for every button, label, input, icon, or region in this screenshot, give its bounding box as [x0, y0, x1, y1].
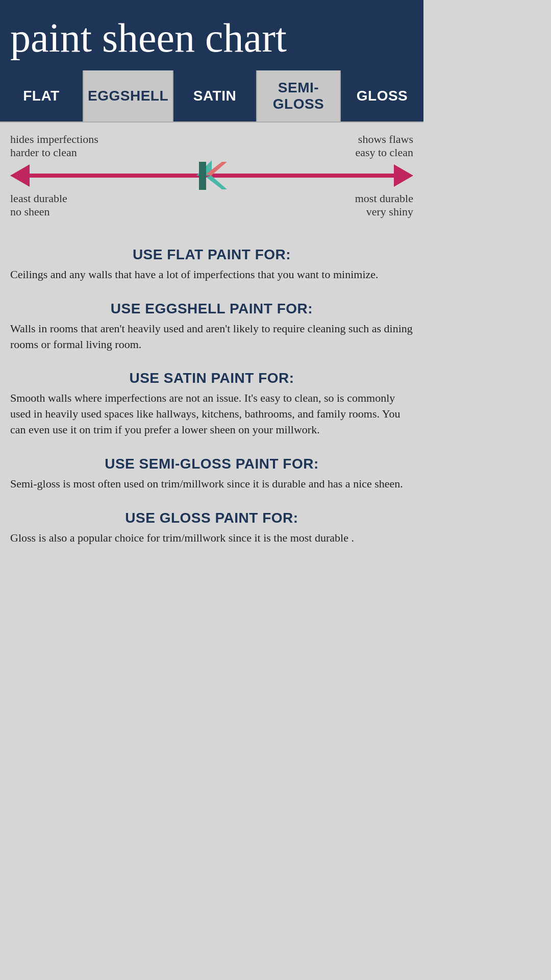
- scale-top-right: shows flaws easy to clean: [355, 133, 413, 159]
- sheen-label-flat: FLAT: [23, 88, 59, 104]
- harder-to-clean-label: harder to clean: [10, 146, 98, 159]
- svg-rect-2: [199, 162, 206, 190]
- sheen-label-eggshell: EGGSHELL: [88, 88, 168, 104]
- most-durable-label: most durable: [355, 192, 413, 205]
- semi-gloss-use-block: USE SEMI-GLOSS PAINT FOR: Semi-gloss is …: [10, 448, 413, 492]
- shows-flaws-label: shows flaws: [355, 133, 413, 146]
- flat-use-block: USE FLAT PAINT FOR: Ceilings and any wal…: [10, 239, 413, 283]
- arrow-row: [10, 164, 413, 187]
- flat-use-desc: Ceilings and any walls that have a lot o…: [10, 267, 413, 283]
- scale-section: hides imperfections harder to clean show…: [0, 122, 423, 234]
- semi-gloss-use-title: USE SEMI-GLOSS PAINT FOR:: [10, 448, 413, 472]
- sheen-col-flat: FLAT: [0, 70, 84, 121]
- sheen-col-satin: SATIN: [173, 70, 257, 121]
- semi-gloss-use-desc: Semi-gloss is most often used on trim/mi…: [10, 476, 413, 492]
- k-logo: [194, 158, 230, 193]
- scale-bottom-right: most durable very shiny: [355, 192, 413, 218]
- satin-use-block: USE SATIN PAINT FOR: Smooth walls where …: [10, 362, 413, 437]
- eggshell-use-title: USE EGGSHELL PAINT FOR:: [10, 293, 413, 317]
- least-durable-label: least durable: [10, 192, 67, 205]
- sheen-label-satin: SATIN: [193, 88, 236, 104]
- hides-imperfections-label: hides imperfections: [10, 133, 98, 146]
- sheen-col-gloss: GLOSS: [341, 70, 423, 121]
- arrow-right-head: [394, 164, 413, 187]
- header-section: paint sheen chart: [0, 0, 423, 70]
- info-section: USE FLAT PAINT FOR: Ceilings and any wal…: [0, 234, 423, 571]
- sheen-col-semi-gloss: SEMI- GLOSS: [257, 70, 341, 121]
- arrow-left-head: [10, 164, 30, 187]
- scale-top-left: hides imperfections harder to clean: [10, 133, 98, 159]
- gloss-use-block: USE GLOSS PAINT FOR: Gloss is also a pop…: [10, 502, 413, 546]
- no-sheen-label: no sheen: [10, 205, 67, 218]
- arrow-line: [30, 174, 394, 178]
- eggshell-use-desc: Walls in rooms that aren't heavily used …: [10, 321, 413, 353]
- sheen-label-gloss: GLOSS: [357, 88, 408, 104]
- scale-bottom-labels: least durable no sheen most durable very…: [10, 192, 413, 218]
- sheen-label-semi-gloss: SEMI- GLOSS: [273, 80, 324, 112]
- very-shiny-label: very shiny: [355, 205, 413, 218]
- satin-use-desc: Smooth walls where imperfections are not…: [10, 390, 413, 437]
- scale-top-labels: hides imperfections harder to clean show…: [10, 133, 413, 159]
- scale-bottom-left: least durable no sheen: [10, 192, 67, 218]
- gloss-use-desc: Gloss is also a popular choice for trim/…: [10, 530, 413, 546]
- page-title: paint sheen chart: [10, 15, 413, 60]
- svg-marker-4: [206, 176, 227, 189]
- gloss-use-title: USE GLOSS PAINT FOR:: [10, 502, 413, 526]
- flat-use-title: USE FLAT PAINT FOR:: [10, 239, 413, 263]
- satin-use-title: USE SATIN PAINT FOR:: [10, 362, 413, 386]
- easy-to-clean-label: easy to clean: [355, 146, 413, 159]
- sheen-table: FLAT EGGSHELL SATIN SEMI- GLOSS GLOSS: [0, 70, 423, 122]
- eggshell-use-block: USE EGGSHELL PAINT FOR: Walls in rooms t…: [10, 293, 413, 353]
- sheen-col-eggshell: EGGSHELL: [84, 70, 173, 121]
